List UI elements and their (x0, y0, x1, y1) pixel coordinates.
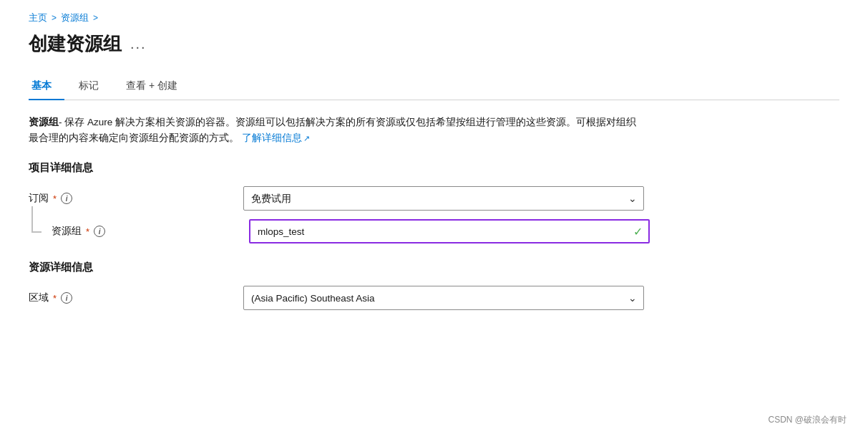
subscription-info-icon[interactable]: i (61, 193, 72, 204)
region-select[interactable]: (Asia Pacific) Southeast Asia (243, 286, 644, 310)
breadcrumb-home[interactable]: 主页 (29, 11, 47, 24)
more-options-button[interactable]: ... (130, 36, 147, 52)
resource-details-heading: 资源详细信息 (29, 261, 839, 274)
page-title: 创建资源组 (29, 32, 122, 57)
tabs-bar: 基本 标记 查看 + 创建 (29, 74, 839, 100)
resource-group-label: 资源组 * i (34, 225, 249, 238)
subscription-select[interactable]: 免费试用 (243, 186, 644, 211)
subscription-required: * (53, 193, 57, 204)
resource-group-required: * (86, 226, 89, 237)
subscription-label: 订阅 * i (29, 192, 243, 205)
watermark: CSDN @破浪会有时 (768, 414, 847, 426)
breadcrumb: 主页 > 资源组 > (29, 11, 839, 24)
subscription-control-wrap: 免费试用 ⌄ (243, 186, 644, 211)
resource-group-input-wrapper: ✓ (249, 219, 650, 243)
resource-group-input[interactable] (249, 219, 650, 243)
page-header: 创建资源组 ... (29, 32, 839, 57)
region-required: * (53, 293, 57, 304)
region-label: 区域 * i (29, 291, 243, 304)
resource-details-section: 资源详细信息 区域 * i (Asia Pacific) Southeast A… (29, 261, 839, 310)
resource-group-info-icon[interactable]: i (94, 226, 105, 237)
region-control-wrap: (Asia Pacific) Southeast Asia ⌄ (243, 286, 644, 310)
tab-tags[interactable]: 标记 (76, 74, 112, 100)
breadcrumb-resource-groups[interactable]: 资源组 (61, 11, 89, 24)
description-text1: - 保存 Azure 解决方案相关资源的容器。资源组可以包括解决方案的所有资源或… (29, 117, 636, 143)
tab-review-create[interactable]: 查看 + 创建 (123, 74, 190, 100)
subscription-select-wrapper: 免费试用 ⌄ (243, 186, 644, 211)
description-bold-term: 资源组 (29, 117, 59, 127)
project-details-heading: 项目详细信息 (29, 161, 839, 175)
subscription-row: 订阅 * i 免费试用 ⌄ (29, 186, 839, 211)
external-link-icon: ↗ (303, 132, 310, 145)
tab-basics[interactable]: 基本 (29, 74, 64, 100)
resource-group-row: 资源组 * i ✓ (29, 219, 839, 243)
resource-group-control-wrap: ✓ (249, 219, 650, 243)
learn-more-link[interactable]: 了解详细信息↗ (242, 132, 310, 143)
breadcrumb-sep2: > (93, 13, 98, 23)
description-block: 资源组- 保存 Azure 解决方案相关资源的容器。资源组可以包括解决方案的所有… (29, 115, 644, 145)
project-details-section: 项目详细信息 订阅 * i 免费试用 ⌄ 资源组 (29, 161, 839, 243)
region-info-icon[interactable]: i (61, 292, 72, 304)
region-row: 区域 * i (Asia Pacific) Southeast Asia ⌄ (29, 286, 839, 310)
region-select-wrapper: (Asia Pacific) Southeast Asia ⌄ (243, 286, 644, 310)
breadcrumb-sep1: > (52, 13, 57, 23)
